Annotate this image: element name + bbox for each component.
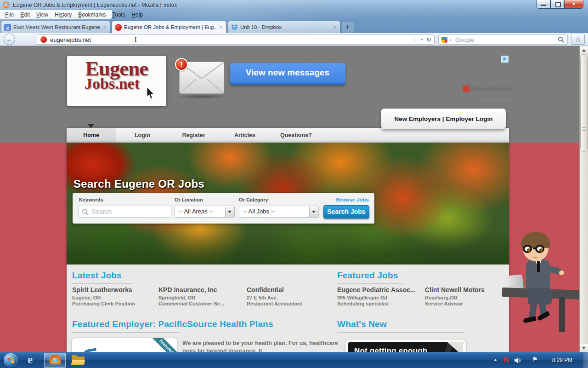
job-listing[interactable]: KPD Insurance, Inc Springfield, OR Comme… [158, 286, 244, 307]
divider [72, 283, 132, 284]
divider [72, 332, 179, 333]
title-bar[interactable]: Eugene OR Jobs & Employment | EugeneJobs… [0, 0, 588, 10]
url-bar[interactable]: I ☆ ▾ ↻ [37, 34, 435, 45]
navigation-toolbar: ← I ☆ ▾ ↻ ▾ ⌂ [0, 33, 588, 46]
location-label: Or Location [175, 197, 203, 202]
nav-questions[interactable]: Questions? [271, 128, 321, 143]
close-button[interactable]: × [564, 0, 583, 9]
cursor-icon [146, 86, 155, 102]
keywords-input[interactable] [79, 206, 171, 217]
magnifier-icon[interactable] [558, 36, 564, 45]
firefox-taskbar-button[interactable] [44, 353, 66, 368]
featured-jobs-heading: Featured Jobs [337, 270, 398, 281]
ad-brand-logo [463, 86, 469, 92]
envelope-shadow [175, 94, 229, 99]
text-cursor: I [135, 36, 137, 44]
tab-bar: g East Meets West Restaurant Eugene, ...… [0, 19, 588, 33]
menu-tools[interactable]: Tools [109, 12, 128, 18]
minimize-button[interactable] [537, 0, 550, 9]
menu-help[interactable]: Help [128, 12, 146, 18]
whats-new-heading: What's New [337, 319, 387, 329]
internet-explorer-icon[interactable]: e [28, 353, 33, 366]
windows-flag-icon [7, 357, 14, 364]
glasses-icon [535, 245, 544, 253]
dropbox-icon [231, 24, 238, 31]
ad-brand[interactable]: InboxViewer [463, 85, 511, 92]
tab-close-icon[interactable]: × [102, 24, 107, 30]
cartoon-character [508, 235, 583, 334]
job-listing[interactable]: Eugene Pediatric Assoc... 995 Willagille… [337, 286, 423, 307]
firefox-icon [3, 1, 10, 8]
menu-view[interactable]: View [33, 12, 51, 18]
action-center-flag-icon[interactable]: ⚑ [532, 356, 538, 363]
menu-bookmarks[interactable]: Bookmarks [75, 12, 109, 18]
keywords-label: Keywords [79, 197, 103, 202]
featured-employer-heading: Featured Employer: PacificSource Health … [72, 319, 273, 329]
show-desktop-button[interactable] [582, 352, 588, 368]
tray-n-icon[interactable]: N [503, 356, 509, 364]
shoe [523, 316, 536, 323]
chevron-down-icon[interactable] [225, 207, 234, 217]
menu-file[interactable]: File [2, 12, 17, 18]
latest-jobs-heading: Latest Jobs [72, 270, 122, 281]
scroll-down-icon[interactable] [580, 344, 588, 351]
site-navigation: Home Login Register Articles Questions? [67, 128, 509, 143]
window-title: Eugene OR Jobs & Employment | EugeneJobs… [13, 2, 177, 8]
firefox-icon [49, 355, 61, 367]
category-select[interactable]: -- All Jobs -- [239, 206, 319, 218]
browser-search-bar[interactable]: ▾ [438, 34, 568, 45]
job-listing[interactable]: Confidential 27 E 5th Ave. Restaurant Ac… [247, 286, 332, 307]
start-button[interactable] [4, 353, 18, 368]
glasses-icon [523, 245, 532, 253]
browse-jobs-link[interactable]: Browse Jobs [336, 197, 369, 202]
chevron-down-icon[interactable] [309, 207, 318, 217]
tab-eugene-jobs[interactable]: Eugene OR Jobs & Employment | Eug... × [112, 21, 226, 33]
job-listing[interactable]: Clint Newell Motors Roseburg,OR Service … [425, 286, 508, 307]
windows-taskbar: e ▲ N ⚑ 8:29 PM [0, 352, 588, 368]
scroll-up-icon[interactable] [580, 46, 588, 54]
job-listing[interactable]: Spirit Leatherworks Eugene, OR Purchasin… [72, 286, 156, 307]
home-button[interactable]: ⌂ [571, 34, 585, 45]
nav-articles[interactable]: Articles [220, 128, 269, 143]
hero-banner: Search Eugene OR Jobs Keywords Or Locati… [67, 143, 509, 264]
urlbar-dropdown-icon[interactable]: ▾ [421, 37, 424, 42]
nav-register[interactable]: Register [169, 128, 218, 143]
tab-east-meets-west[interactable]: g East Meets West Restaurant Eugene, ...… [1, 21, 110, 33]
tab-dropbox[interactable]: Unit 10 - Dropbox × [228, 21, 340, 33]
desktop: Eugene OR Jobs & Employment | EugeneJobs… [0, 0, 588, 368]
location-select[interactable]: -- All Areas -- [175, 206, 235, 218]
speaker-icon[interactable] [514, 357, 521, 365]
restore-button[interactable] [550, 0, 564, 9]
character-body [526, 259, 550, 291]
reload-icon[interactable]: ↻ [426, 36, 431, 43]
search-jobs-button[interactable]: Search Jobs [323, 205, 369, 218]
url-input[interactable] [37, 35, 434, 44]
advertisement-label: Advertisement [479, 97, 510, 102]
back-button[interactable]: ← [4, 34, 15, 45]
active-nav-pointer-icon [88, 124, 94, 128]
alert-badge: ! [175, 58, 188, 71]
keywords-input-wrap [78, 206, 171, 218]
explorer-folder-icon[interactable] [72, 356, 85, 365]
taskbar-clock[interactable]: 8:29 PM [548, 352, 577, 368]
job-search-panel: Keywords Or Location Or Category Browse … [73, 193, 374, 224]
site-logo[interactable]: Eugene Jobs.net [67, 56, 166, 106]
show-hidden-icons-button[interactable]: ▲ [493, 357, 498, 362]
menu-history[interactable]: History [51, 12, 75, 18]
page-scrollbar[interactable] [579, 46, 588, 352]
divider [337, 283, 403, 284]
menu-edit[interactable]: Edit [17, 12, 33, 18]
employer-login-button[interactable]: New Employers | Employer Login [381, 109, 506, 129]
new-tab-button[interactable]: + [342, 22, 354, 33]
view-messages-button[interactable]: View new messages [230, 63, 345, 85]
browser-search-input[interactable] [439, 35, 567, 44]
tab-close-icon[interactable]: × [219, 24, 223, 30]
bookmark-star-icon[interactable]: ☆ [412, 36, 418, 43]
nav-home[interactable]: Home [67, 128, 116, 143]
tab-close-icon[interactable]: × [333, 24, 337, 30]
site-favicon [115, 24, 122, 31]
scrollbar-thumb[interactable] [580, 54, 588, 152]
nav-login[interactable]: Login [118, 128, 167, 143]
adchoices-icon[interactable] [501, 56, 509, 63]
browser-chrome: Eugene OR Jobs & Employment | EugeneJobs… [0, 0, 588, 33]
